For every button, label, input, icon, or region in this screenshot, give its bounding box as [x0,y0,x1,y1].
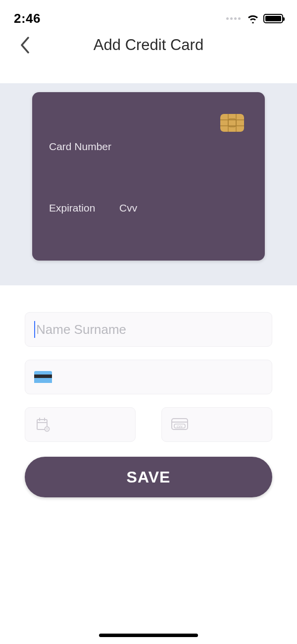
card-expiration-label: Expiration [49,202,95,214]
name-field[interactable]: Name Surname [25,312,272,347]
home-indicator[interactable] [99,634,198,637]
card-preview-panel: Card Number Expiration Cvv [0,83,297,285]
chevron-left-icon [20,37,30,54]
status-time: 2:46 [14,11,41,26]
status-bar: 2:46 [0,0,297,28]
nav-header: Add Credit Card [0,28,297,62]
status-indicators [226,13,283,23]
expiry-field[interactable] [25,407,136,442]
back-button[interactable] [15,35,35,55]
card-number-field[interactable] [25,360,272,394]
battery-icon [263,14,283,23]
card-chip-icon [220,114,244,132]
card-number-label: Card Number [49,141,111,153]
cvv-field[interactable]: CVV [161,407,272,442]
wifi-icon [247,13,259,23]
card-cvv-label: Cvv [119,202,137,214]
svg-rect-0 [220,114,244,132]
cellular-dots-icon [226,17,241,20]
credit-card-preview: Card Number Expiration Cvv [32,92,265,261]
page-title: Add Credit Card [94,36,203,54]
card-form: Name Surname [0,285,297,497]
save-button[interactable]: SAVE [25,457,272,497]
